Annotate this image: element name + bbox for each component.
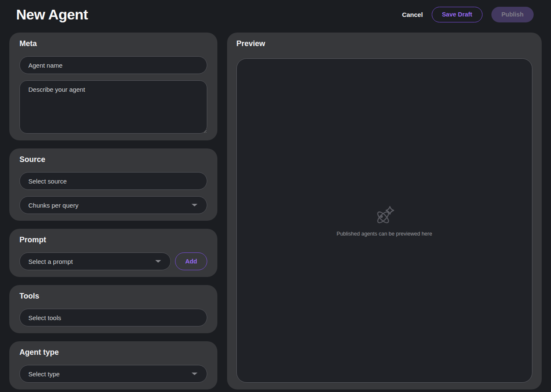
form-column: Meta Source Chunks per query Prompt (9, 33, 217, 389)
prompt-select[interactable]: Select a prompt (19, 252, 171, 270)
meta-card-title: Meta (19, 39, 207, 48)
preview-card: Preview Published agents can be previewe… (227, 33, 542, 389)
preview-column: Preview Published agents can be previewe… (227, 33, 542, 389)
cancel-button[interactable]: Cancel (402, 11, 423, 18)
chunks-per-query-select[interactable]: Chunks per query (19, 196, 207, 214)
tools-card: Tools (9, 285, 217, 333)
select-tools-input[interactable] (19, 309, 207, 326)
chunks-per-query-label: Chunks per query (28, 202, 78, 209)
add-prompt-button[interactable]: Add (175, 252, 207, 270)
agent-type-select-label: Select type (28, 370, 60, 378)
preview-card-title: Preview (236, 39, 532, 48)
select-source-input[interactable] (19, 172, 207, 190)
atom-sparkle-icon (373, 205, 395, 227)
preview-empty-state: Published agents can be previewed here (337, 205, 432, 237)
prompt-select-label: Select a prompt (28, 258, 73, 265)
chevron-down-icon (192, 204, 197, 206)
page-title: New Agent (16, 6, 88, 23)
meta-card: Meta (9, 33, 217, 140)
agent-type-card-title: Agent type (19, 348, 207, 357)
prompt-card: Prompt Select a prompt Add (9, 229, 217, 277)
agent-type-card: Agent type Select type (9, 341, 217, 389)
agent-type-select[interactable]: Select type (19, 365, 207, 383)
header: New Agent Cancel Save Draft Publish (0, 0, 551, 29)
chevron-down-icon (192, 373, 197, 375)
header-actions: Cancel Save Draft Publish (402, 7, 534, 22)
publish-button[interactable]: Publish (491, 7, 534, 22)
agent-name-input[interactable] (19, 56, 207, 74)
agent-description-textarea[interactable] (19, 80, 207, 134)
source-card: Source Chunks per query (9, 148, 217, 221)
save-draft-button[interactable]: Save Draft (432, 7, 482, 22)
prompt-card-title: Prompt (19, 236, 207, 244)
main-content: Meta Source Chunks per query Prompt (0, 29, 551, 392)
preview-empty-message: Published agents can be previewed here (337, 231, 432, 237)
preview-panel: Published agents can be previewed here (236, 58, 532, 383)
tools-card-title: Tools (19, 292, 207, 301)
source-card-title: Source (19, 155, 207, 164)
chevron-down-icon (155, 260, 161, 263)
